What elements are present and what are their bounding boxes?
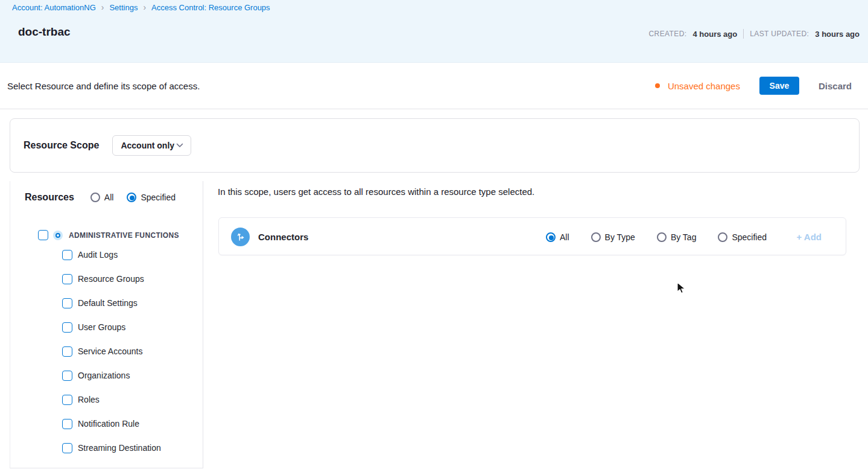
- page-header: Account: AutomationNG › Settings › Acces…: [0, 0, 868, 62]
- save-button[interactable]: Save: [759, 77, 799, 95]
- resources-sidebar: Resources All Specified ADMINISTRATIVE F…: [10, 181, 203, 468]
- resource-scope-dropdown[interactable]: Account only: [112, 135, 191, 156]
- connectors-access-radio-group: All By Type By Tag Specified: [546, 218, 767, 256]
- list-item-roles[interactable]: Roles: [62, 387, 161, 412]
- breadcrumb-account[interactable]: Account: AutomationNG: [12, 3, 96, 12]
- list-item-organizations[interactable]: Organizations: [62, 363, 161, 387]
- connectors-radio-by-tag-label: By Tag: [671, 232, 697, 242]
- checkbox[interactable]: [62, 274, 72, 284]
- radio-icon[interactable]: [718, 232, 727, 242]
- group-label: ADMINISTRATIVE FUNCTIONS: [69, 231, 179, 240]
- last-updated-label: LAST UPDATED:: [750, 30, 809, 38]
- created-value: 4 hours ago: [693, 30, 738, 39]
- checkbox[interactable]: [62, 419, 72, 429]
- list-item-label: Organizations: [78, 371, 130, 380]
- checkbox[interactable]: [62, 443, 72, 453]
- chevron-down-icon: [176, 143, 183, 148]
- radio-selected-icon[interactable]: [127, 193, 136, 202]
- list-item-label: Roles: [78, 395, 100, 404]
- list-item-label: Service Accounts: [78, 346, 142, 356]
- resources-radio-all[interactable]: All: [90, 193, 114, 202]
- connectors-radio-specified-label: Specified: [732, 232, 767, 242]
- scope-description: In this scope, users get access to all r…: [218, 187, 534, 197]
- list-item-label: Audit Logs: [78, 250, 118, 260]
- resource-scope-dropdown-value: Account only: [121, 141, 174, 150]
- breadcrumb-separator-icon: ›: [143, 2, 146, 12]
- breadcrumb-separator-icon: ›: [101, 2, 104, 12]
- resources-radio-specified[interactable]: Specified: [127, 193, 176, 202]
- resource-scope-title: Resource Scope: [24, 140, 99, 151]
- radio-icon[interactable]: [591, 232, 601, 242]
- list-item-default-settings[interactable]: Default Settings: [62, 291, 161, 315]
- list-item-audit-logs[interactable]: Audit Logs: [62, 243, 161, 267]
- list-item-user-groups[interactable]: User Groups: [62, 315, 161, 339]
- mouse-cursor: [677, 282, 689, 295]
- checkbox[interactable]: [62, 322, 72, 333]
- list-item-notification-rule[interactable]: Notification Rule: [62, 412, 161, 436]
- list-item-label: Notification Rule: [78, 419, 139, 429]
- connectors-title: Connectors: [258, 218, 308, 256]
- list-item-label: User Groups: [78, 322, 125, 332]
- radio-selected-icon[interactable]: [546, 232, 556, 242]
- breadcrumb-access-control[interactable]: Access Control: Resource Groups: [151, 3, 270, 12]
- connectors-icon: [231, 228, 250, 246]
- group-administrative-functions: ADMINISTRATIVE FUNCTIONS: [38, 230, 179, 240]
- breadcrumb-settings[interactable]: Settings: [109, 3, 138, 12]
- connectors-row: Connectors All By Type By Tag Specified …: [218, 217, 846, 255]
- list-item-resource-groups[interactable]: Resource Groups: [62, 267, 161, 291]
- checkbox[interactable]: [62, 371, 72, 381]
- checkbox[interactable]: [62, 250, 72, 260]
- connectors-radio-specified[interactable]: Specified: [718, 232, 767, 242]
- list-item-streaming-destination[interactable]: Streaming Destination: [62, 436, 161, 460]
- connectors-radio-by-type-label: By Type: [605, 232, 635, 242]
- checkbox[interactable]: [62, 395, 72, 405]
- list-item-label: Streaming Destination: [78, 443, 161, 453]
- resource-type-list: Audit Logs Resource Groups Default Setti…: [62, 243, 161, 460]
- unsaved-dot-icon: [655, 83, 660, 88]
- meta-divider: [743, 29, 744, 39]
- breadcrumb: Account: AutomationNG › Settings › Acces…: [12, 2, 270, 12]
- checkbox[interactable]: [62, 298, 72, 308]
- radio-icon[interactable]: [90, 193, 100, 202]
- unsaved-changes-indicator: Unsaved changes: [655, 81, 740, 91]
- list-item-label: Default Settings: [78, 298, 138, 308]
- group-checkbox[interactable]: [38, 230, 48, 240]
- toolbar-description: Select Resource and define its scope of …: [7, 81, 200, 91]
- connectors-radio-all-label: All: [560, 232, 569, 242]
- group-state-icon: [53, 231, 63, 240]
- connectors-radio-by-type[interactable]: By Type: [591, 232, 635, 242]
- resources-header: Resources All Specified: [25, 192, 176, 203]
- toolbar: Select Resource and define its scope of …: [0, 62, 868, 109]
- toolbar-actions: Unsaved changes Save Discard: [655, 77, 852, 95]
- list-item-label: Resource Groups: [78, 274, 144, 284]
- last-updated-value: 3 hours ago: [815, 30, 860, 39]
- connectors-radio-all[interactable]: All: [546, 232, 569, 242]
- unsaved-changes-label: Unsaved changes: [668, 81, 740, 91]
- discard-button[interactable]: Discard: [819, 81, 852, 91]
- add-connectors-button[interactable]: + Add: [796, 218, 822, 256]
- list-item-service-accounts[interactable]: Service Accounts: [62, 339, 161, 363]
- connectors-radio-by-tag[interactable]: By Tag: [657, 232, 697, 242]
- radio-icon[interactable]: [657, 232, 667, 242]
- resource-scope-card: Resource Scope Account only: [10, 118, 860, 173]
- resources-title: Resources: [25, 192, 74, 203]
- created-label: CREATED:: [649, 30, 687, 38]
- page-title: doc-trbac: [18, 25, 71, 39]
- checkbox[interactable]: [62, 346, 72, 357]
- resources-radio-specified-label: Specified: [141, 193, 176, 202]
- created-updated-meta: CREATED: 4 hours ago LAST UPDATED: 3 hou…: [649, 29, 860, 39]
- resources-mode-radio-group: All Specified: [90, 193, 176, 202]
- resources-radio-all-label: All: [104, 193, 114, 202]
